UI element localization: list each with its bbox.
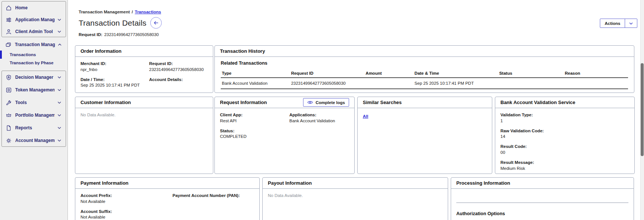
field-value: Rest API (220, 119, 289, 124)
column-header-type: Type (221, 69, 290, 78)
breadcrumb-transactions-link[interactable]: Transactions (135, 10, 161, 14)
panel-title: Similar Searches (363, 100, 402, 105)
column-header-amount: Amount (365, 69, 414, 78)
sidebar-item-transaction-management[interactable]: Transaction Management (1, 39, 66, 51)
actions-menu-toggle[interactable] (625, 19, 637, 28)
sidebar-item-account-management[interactable]: Account Management (2, 134, 66, 147)
sidebar-item-label: Client Admin Tool (15, 29, 55, 34)
sliders-icon (6, 17, 12, 23)
panel-header: Similar Searches (358, 97, 492, 108)
gear-icon (6, 138, 12, 144)
vertical-scrollbar-track[interactable] (640, 0, 644, 220)
sidebar-item-decision-manager[interactable]: Decision Manager (2, 71, 66, 84)
payment-information-panel: Payment Information Account Prefix: Not … (75, 177, 260, 220)
home-icon (6, 5, 12, 11)
field-label: Account Suffix: (80, 209, 172, 214)
actions-button[interactable]: Actions (600, 19, 637, 28)
column-header-request-id: Request ID (290, 69, 365, 78)
account-details-field: Account Details: (149, 77, 208, 88)
vertical-scrollbar-thumb[interactable] (641, 63, 644, 156)
no-data-text: No Data Available. (268, 193, 443, 198)
account-suffix-field: Account Suffix: Not Available (80, 209, 172, 220)
column-header-date-time: Date & Time (413, 69, 498, 78)
panel-title: Payment Information (80, 180, 128, 186)
sidebar-item-reports[interactable]: Reports (2, 122, 66, 134)
back-arrow-icon (153, 20, 159, 26)
sidebar-subitem-label: Transaction by Phase (10, 61, 53, 65)
related-transactions-heading: Related Transactions (221, 61, 628, 66)
field-value: 14 (500, 134, 629, 139)
document-icon (6, 125, 12, 131)
panel-header: Transaction History (215, 46, 634, 57)
panel-title: Processing Information (456, 180, 510, 186)
sidebar-item-tools[interactable]: Tools (2, 96, 66, 109)
sidebar-group-transaction-management: Transaction Management Transactions Tran… (1, 39, 66, 67)
cell-amount (365, 78, 414, 89)
cell-status (498, 78, 564, 89)
pan-field: Payment Account Number (PAN): (172, 193, 254, 204)
chevron-down-icon (57, 138, 62, 143)
sidebar-group-top: Home Application Management Client Admin… (1, 1, 66, 37)
processing-information-panel: Processing Information Authorization Opt… (451, 177, 634, 220)
result-message-field: Result Message: Medium Risk (500, 160, 629, 171)
sidebar-item-label: Portfolio Management (15, 113, 55, 118)
field-label: Validation Type: (500, 113, 629, 118)
cell-type: Bank Account Validation (221, 78, 290, 89)
order-information-panel: Order Information Merchant ID: npr_fnbo … (75, 45, 213, 93)
field-label: Request ID: (149, 61, 208, 67)
chevron-down-icon (57, 17, 62, 22)
section-divider (456, 203, 628, 203)
panel-body: Client App: Rest API Applications: Bank … (215, 108, 354, 144)
complete-logs-button[interactable]: Complete logs (303, 98, 349, 107)
related-transactions-table: Type Request ID Amount Date & Time Statu… (221, 69, 628, 89)
cell-request-id: 23231499642773605058030 (290, 78, 365, 89)
breadcrumb-parent: Transaction Management (79, 10, 130, 14)
panel-title: Bank Account Validation Service (500, 100, 575, 105)
similar-searches-panel: Similar Searches All (357, 97, 492, 174)
actions-button-label: Actions (600, 19, 625, 28)
chevron-down-icon (628, 21, 634, 26)
back-button[interactable] (150, 17, 162, 29)
cell-reason (564, 78, 628, 89)
page-title: Transaction Details (79, 19, 147, 28)
chevron-up-icon (57, 42, 62, 47)
panel-body: Account Prefix: Not Available Payment Ac… (75, 189, 259, 220)
sidebar-item-token-management[interactable]: Token Management (2, 84, 66, 96)
applications-field: Applications: Bank Account Validation (289, 113, 349, 124)
account-prefix-field: Account Prefix: Not Available (80, 193, 172, 204)
vault-icon (6, 87, 12, 93)
breadcrumb: Transaction Management/Transactions (79, 10, 161, 14)
date-time-field: Date / Time: Sep 25 2025 10:17:41 PM PDT (80, 77, 149, 88)
panel-header: Customer Information (75, 97, 213, 108)
sidebar-item-client-admin-tool[interactable]: Client Admin Tool (2, 26, 66, 38)
panel-body: All (358, 108, 492, 124)
panel-title: Request Information (220, 100, 267, 105)
sidebar-item-home[interactable]: Home (2, 2, 66, 14)
field-label: Account Details: (149, 77, 208, 82)
table-row: Bank Account Validation 2323149964277360… (221, 78, 628, 89)
sidebar-item-label: Decision Manager (15, 75, 55, 80)
panel-body: Related Transactions Type Request ID Amo… (215, 57, 634, 93)
breadcrumb-separator: / (132, 10, 133, 14)
field-label: Client App: (220, 113, 289, 118)
payout-information-panel: Payout Information No Data Available. (262, 177, 448, 220)
table-header-row: Type Request ID Amount Date & Time Statu… (221, 69, 628, 78)
shield-lock-icon (6, 74, 12, 81)
sidebar-item-label: Transaction Management (15, 42, 55, 47)
field-value: npr_fnbo (80, 67, 149, 72)
sidebar-item-label: Application Management (15, 17, 55, 22)
all-link[interactable]: All (363, 114, 368, 119)
field-label: Account Prefix: (80, 193, 172, 198)
sidebar-item-transactions[interactable]: Transactions (1, 51, 66, 59)
raw-validation-code-field: Raw Validation Code: 14 (500, 129, 629, 140)
no-data-text: No Data Available. (80, 113, 208, 117)
bank-account-validation-service-panel: Bank Account Validation Service Validati… (495, 97, 635, 174)
field-label: Applications: (289, 113, 349, 118)
cell-date-time: Sep 25 2025 10:17:41 PM PDT (413, 78, 498, 89)
sidebar-item-portfolio-management[interactable]: Portfolio Management (2, 109, 66, 122)
sidebar-item-application-management[interactable]: Application Management (2, 14, 66, 26)
sidebar-item-transaction-by-phase[interactable]: Transaction by Phase (1, 59, 66, 67)
sidebar-group-bottom: Decision Manager Token Management Tools (1, 71, 66, 147)
wrench-icon (6, 100, 12, 106)
field-label: Merchant ID: (80, 61, 149, 67)
